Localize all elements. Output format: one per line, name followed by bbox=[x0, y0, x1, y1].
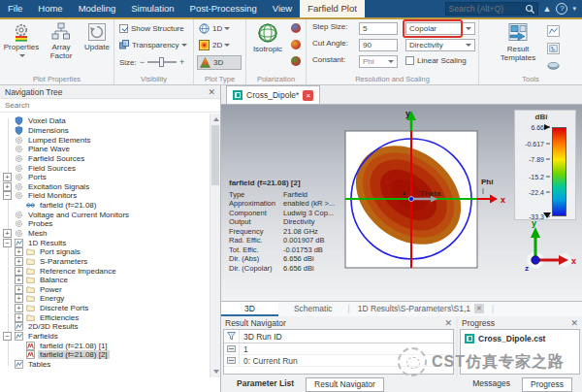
navigation-tree-scrollbar[interactable] bbox=[210, 114, 220, 377]
tree-item[interactable]: +S-Parameters bbox=[0, 257, 210, 267]
tree-item[interactable]: Lumped Elements bbox=[0, 135, 210, 145]
size-decrease-icon[interactable]: − bbox=[140, 57, 145, 67]
tree-item[interactable]: Plane Wave bbox=[0, 145, 210, 154]
isotropic-button[interactable]: Isotropic bbox=[248, 22, 287, 54]
expand-icon[interactable]: + bbox=[15, 267, 23, 276]
expand-icon[interactable]: + bbox=[15, 294, 23, 303]
array-factor-button[interactable]: Array Factor bbox=[43, 22, 80, 60]
scroll-up-icon[interactable] bbox=[213, 117, 219, 121]
result-navigator-close-icon[interactable]: ✕ bbox=[444, 318, 452, 328]
plot-type-2d-button[interactable]: 2D bbox=[199, 40, 230, 50]
help-dropdown-icon[interactable]: ▾ bbox=[572, 2, 576, 16]
tree-item[interactable]: −Farfields bbox=[0, 332, 210, 342]
tree-item[interactable]: +Balance bbox=[0, 276, 210, 285]
plot-mode-dropdown[interactable]: Directivity bbox=[405, 39, 475, 51]
checkbox-checked-icon[interactable] bbox=[119, 24, 128, 33]
run-id-row[interactable]: 1 bbox=[224, 343, 453, 355]
tree-item[interactable]: −1D Results bbox=[0, 238, 210, 247]
tree-item[interactable]: +Mesh bbox=[0, 229, 210, 239]
view-tab-3d[interactable]: 3D bbox=[221, 302, 278, 316]
expand-icon[interactable]: + bbox=[15, 313, 23, 322]
tree-item[interactable]: Voxel Data bbox=[0, 116, 210, 126]
plot-type-1d-button[interactable]: 1D bbox=[199, 23, 230, 34]
ribbon-tab-simulation[interactable]: Simulation bbox=[123, 0, 181, 17]
view-tab-s-parameters[interactable]: 1D Results\S-Parameters\S1,1 ✕ bbox=[350, 302, 492, 316]
tab-parameter-list[interactable]: Parameter List bbox=[229, 377, 302, 392]
scrollbar-thumb[interactable] bbox=[211, 125, 219, 185]
tree-item[interactable]: Field Sources bbox=[0, 163, 210, 173]
size-slider-track[interactable] bbox=[147, 61, 177, 63]
tree-item[interactable]: Farfield Sources bbox=[0, 154, 210, 164]
scale-max-marker-icon[interactable] bbox=[544, 124, 550, 130]
tree-item[interactable]: +Power bbox=[0, 285, 210, 295]
tab-progress[interactable]: Progress bbox=[522, 377, 572, 392]
expand-icon[interactable]: + bbox=[15, 247, 23, 256]
plot-type-3d-button[interactable]: 3D bbox=[197, 55, 242, 70]
ribbon-tab-post-processing[interactable]: Post-Processing bbox=[182, 0, 265, 17]
copolar-dropdown[interactable]: Copolar bbox=[405, 22, 475, 35]
tool-lens-button[interactable] bbox=[547, 58, 560, 76]
polarization-option-1-button[interactable] bbox=[291, 23, 301, 33]
expand-icon[interactable]: + bbox=[15, 304, 23, 312]
tree-item[interactable]: +Discrete Ports bbox=[0, 304, 210, 313]
tree-item[interactable]: Dimensions bbox=[0, 126, 210, 136]
update-button[interactable]: Update bbox=[81, 22, 113, 52]
linear-scaling-checkbox[interactable]: Linear Scaling bbox=[405, 56, 467, 65]
run-id-row[interactable]: 0: Current Run bbox=[224, 355, 453, 367]
expand-icon[interactable]: + bbox=[15, 285, 23, 294]
expand-icon[interactable]: + bbox=[3, 173, 12, 181]
transparency-button[interactable]: Transparency bbox=[119, 40, 187, 49]
expand-icon[interactable]: + bbox=[3, 182, 12, 191]
tree-item[interactable]: −Field Monitors bbox=[0, 191, 210, 201]
tab-result-navigator[interactable]: Result Navigator bbox=[306, 377, 384, 392]
tree-item[interactable]: Probes bbox=[0, 219, 210, 229]
progress-close-icon[interactable]: ✕ bbox=[570, 318, 578, 328]
document-tab-cross-dipole[interactable]: Cross_Dipole* × bbox=[226, 85, 320, 104]
ribbon-tab-home[interactable]: Home bbox=[30, 0, 70, 17]
expand-icon[interactable]: + bbox=[15, 257, 23, 266]
size-slider-thumb[interactable] bbox=[159, 57, 164, 67]
navigation-tree-search-input[interactable] bbox=[0, 101, 220, 110]
constant-dropdown[interactable]: Phi bbox=[359, 55, 398, 68]
tool-image-button[interactable] bbox=[547, 41, 560, 58]
tree-item[interactable]: Voltage and Current Monitors bbox=[0, 210, 210, 219]
global-search-input[interactable] bbox=[446, 4, 525, 14]
tree-item[interactable]: +Energy bbox=[0, 294, 210, 304]
collapse-icon[interactable]: − bbox=[3, 239, 12, 247]
view-tab-schematic[interactable]: Schematic bbox=[278, 302, 348, 316]
help-icon[interactable]: ? bbox=[556, 3, 567, 15]
result-navigator-column-header[interactable]: 3D Run ID bbox=[224, 330, 453, 343]
tree-item[interactable]: 2D/3D Results bbox=[0, 322, 210, 332]
navigation-tree-search[interactable] bbox=[0, 99, 220, 113]
view-tab-close-icon[interactable]: ✕ bbox=[474, 304, 484, 313]
tree-item[interactable]: +Port signals bbox=[0, 247, 210, 257]
tab-messages[interactable]: Messages bbox=[465, 377, 518, 392]
ribbon-tab-modeling[interactable]: Modeling bbox=[71, 0, 124, 17]
tree-item[interactable]: +Reference Impedance bbox=[0, 266, 210, 276]
size-increase-icon[interactable]: + bbox=[179, 57, 184, 67]
tree-item[interactable]: farfield (f=21.08) bbox=[0, 201, 210, 211]
step-size-input[interactable] bbox=[359, 22, 398, 35]
show-structure-checkbox[interactable]: Show Structure bbox=[119, 24, 184, 33]
tree-item[interactable]: +Ports bbox=[0, 173, 210, 182]
tree-item[interactable]: +Efficiencies bbox=[0, 312, 210, 322]
3d-view[interactable]: farfield (f=21.08) [2] TypeFarfieldAppro… bbox=[221, 105, 582, 301]
ribbon-tab-view[interactable]: View bbox=[265, 0, 300, 17]
expand-icon[interactable]: + bbox=[15, 276, 23, 284]
tree-item[interactable]: Tables bbox=[0, 360, 210, 370]
cut-angle-input[interactable] bbox=[359, 39, 398, 51]
tree-item[interactable]: farfield (f=21.08) [2] bbox=[0, 350, 210, 360]
ribbon-tab-farfield-plot[interactable]: Farfield Plot bbox=[300, 0, 365, 17]
result-templates-button[interactable]: Result Templates bbox=[495, 22, 541, 62]
filter-icon-cell[interactable] bbox=[224, 330, 240, 343]
size-slider[interactable]: Size: − + bbox=[119, 57, 184, 67]
collapse-icon[interactable]: − bbox=[3, 332, 12, 341]
tool-chart-button[interactable] bbox=[547, 23, 560, 41]
global-search-box[interactable] bbox=[445, 2, 538, 16]
coordinate-triad[interactable]: y x z bbox=[518, 219, 578, 278]
properties-button[interactable]: Properties bbox=[2, 22, 41, 60]
collapse-ribbon-icon[interactable]: ▲ bbox=[543, 2, 552, 16]
tree-item[interactable]: +Excitation Signals bbox=[0, 181, 210, 191]
document-tab-close-icon[interactable]: × bbox=[303, 90, 313, 101]
navigation-tree-close-icon[interactable]: ✕ bbox=[208, 87, 215, 97]
